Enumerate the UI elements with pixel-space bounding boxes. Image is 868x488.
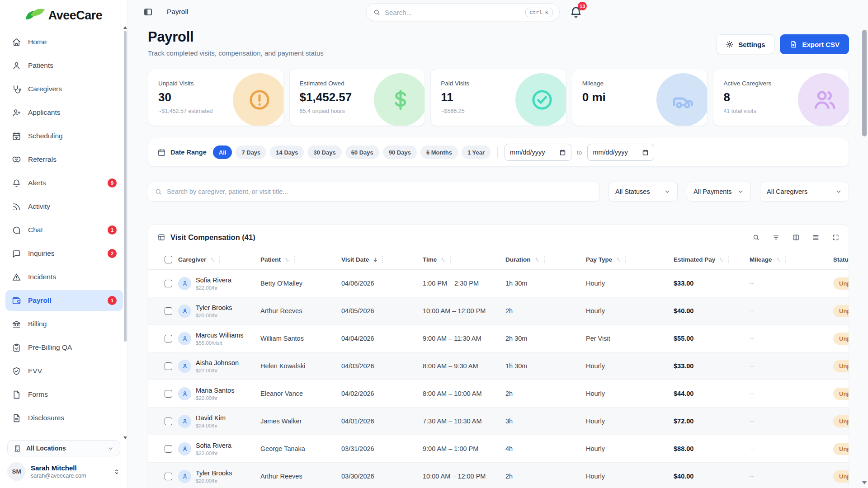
status-cell: Unpaid — [833, 360, 849, 372]
column-header-status[interactable]: Status — [833, 256, 849, 263]
date-preset-14-days[interactable]: 14 Days — [270, 145, 304, 159]
row-checkbox[interactable] — [165, 335, 172, 343]
user-menu[interactable]: SM Sarah Mitchell sarah@aveecare.com — [7, 462, 120, 481]
sidebar-item-home[interactable]: Home — [5, 32, 123, 52]
column-header-caregiver[interactable]: Caregiver — [178, 256, 260, 263]
drag-handle-icon[interactable] — [450, 256, 451, 263]
visit-date-cell: 04/02/2026 — [341, 390, 423, 397]
global-search-input[interactable] — [385, 9, 521, 16]
date-preset-1-year[interactable]: 1 Year — [462, 145, 491, 159]
row-checkbox[interactable] — [165, 390, 172, 398]
drag-handle-icon[interactable] — [625, 256, 626, 263]
sidebar-item-pre-billing-qa[interactable]: Pre-Billing QA — [5, 337, 123, 358]
sort-icon[interactable] — [718, 257, 725, 263]
drag-handle-icon[interactable] — [294, 256, 295, 263]
date-picker-icon[interactable] — [559, 149, 566, 156]
sidebar-item-caregivers[interactable]: Caregivers — [5, 79, 123, 99]
visit-search-input[interactable] — [167, 188, 593, 195]
sidebar-item-referrals[interactable]: Referrals — [5, 149, 123, 170]
page-scrollbar-thumb[interactable] — [862, 30, 867, 136]
sort-icon[interactable] — [534, 257, 540, 263]
activity-icon — [12, 202, 21, 211]
pay-type-cell: Hourly — [586, 362, 674, 370]
drag-handle-icon[interactable] — [382, 256, 383, 263]
sidebar-item-alerts[interactable]: Alerts9 — [5, 173, 123, 193]
caregiver-avatar — [178, 277, 191, 290]
column-header-patient[interactable]: Patient — [260, 256, 341, 263]
column-header-pay-type[interactable]: Pay Type — [586, 256, 674, 263]
scroll-down-arrow-icon[interactable] — [123, 436, 127, 439]
estimated-pay-cell: $40.00 — [674, 473, 750, 480]
settings-button[interactable]: Settings — [716, 34, 774, 54]
date-preset-60-days[interactable]: 60 Days — [345, 145, 379, 159]
filter-select-all-statuses[interactable]: All Statuses — [609, 182, 678, 202]
caregiver-info: Aisha Johnson$22.00/hr — [196, 359, 239, 373]
date-preset-90-days[interactable]: 90 Days — [383, 145, 417, 159]
scroll-down-arrow-icon[interactable] — [862, 481, 867, 484]
start-date-input[interactable]: mm/dd/yyyy — [505, 144, 571, 161]
search-icon[interactable] — [752, 234, 760, 241]
date-preset-7-days[interactable]: 7 Days — [236, 145, 266, 159]
export-csv-button[interactable]: Export CSV — [780, 34, 849, 54]
sidebar-item-applicants[interactable]: Applicants — [5, 102, 123, 123]
sidebar-item-patients[interactable]: Patients — [5, 55, 123, 76]
page-scrollbar[interactable] — [861, 0, 868, 488]
sidebar-item-disclosures[interactable]: Disclosures — [5, 408, 123, 428]
sidebar-item-payroll[interactable]: Payroll1 — [5, 290, 123, 311]
end-date-input[interactable]: mm/dd/yyyy — [587, 144, 654, 161]
column-header-duration[interactable]: Duration — [505, 256, 586, 263]
duration-cell: 2h — [505, 390, 586, 397]
rows-icon[interactable] — [812, 234, 820, 241]
sort-icon[interactable] — [440, 257, 446, 263]
sidebar-toggle-icon[interactable] — [143, 7, 153, 17]
sidebar-item-evv[interactable]: EVV — [5, 361, 123, 381]
date-preset-30-days[interactable]: 30 Days — [307, 145, 341, 159]
date-picker-icon[interactable] — [642, 149, 649, 156]
column-header-mileage[interactable]: Mileage — [750, 256, 833, 263]
sort-desc-icon[interactable] — [372, 257, 378, 263]
sort-icon[interactable] — [209, 257, 216, 263]
drag-handle-icon[interactable] — [785, 256, 786, 263]
column-header-time[interactable]: Time — [423, 256, 505, 263]
row-checkbox[interactable] — [165, 362, 172, 370]
status-badge: Unpaid — [833, 277, 849, 290]
sidebar-item-activity[interactable]: Activity — [5, 196, 123, 217]
expand-icon[interactable] — [832, 234, 840, 241]
sidebar-item-incidents[interactable]: Incidents — [5, 267, 123, 287]
date-preset-6-months[interactable]: 6 Months — [420, 145, 458, 159]
drag-handle-icon[interactable] — [728, 256, 729, 263]
caregiver-name: David Kim — [196, 414, 226, 422]
filter-select-all-payments[interactable]: All Payments — [687, 182, 751, 202]
sidebar-item-scheduling[interactable]: Scheduling — [5, 126, 123, 146]
sort-icon[interactable] — [284, 257, 290, 263]
sort-icon[interactable] — [615, 257, 622, 263]
sidebar-scrollbar-thumb[interactable] — [124, 31, 127, 342]
sort-icon[interactable] — [775, 257, 782, 263]
sidebar-item-label: Scheduling — [28, 132, 63, 140]
select-all-checkbox[interactable] — [165, 256, 172, 263]
date-preset-all[interactable]: All — [213, 145, 232, 159]
filter-select-all-caregivers[interactable]: All Caregivers — [760, 182, 849, 202]
column-header-visit-date[interactable]: Visit Date — [341, 256, 423, 263]
column-header-estimated-pay[interactable]: Estimated Pay — [674, 256, 750, 263]
drag-handle-icon[interactable] — [544, 256, 545, 263]
sidebar-item-label: Referrals — [28, 155, 57, 164]
row-checkbox[interactable] — [165, 445, 172, 453]
filter-icon[interactable] — [772, 234, 780, 241]
row-checkbox[interactable] — [165, 473, 172, 480]
sidebar-item-chat[interactable]: Chat1 — [5, 220, 123, 240]
row-checkbox[interactable] — [165, 280, 172, 287]
drag-handle-icon[interactable] — [219, 256, 220, 263]
global-search[interactable]: Ctrl K — [366, 3, 560, 21]
sidebar-item-inquiries[interactable]: Inquiries2 — [5, 243, 123, 264]
sidebar-item-billing[interactable]: Billing — [5, 314, 123, 334]
columns-icon[interactable] — [792, 234, 800, 241]
notifications-button[interactable]: 13 — [569, 5, 583, 19]
sidebar-item-forms[interactable]: Forms — [5, 384, 123, 405]
visit-search[interactable] — [148, 182, 599, 202]
scroll-up-arrow-icon[interactable] — [123, 26, 127, 29]
row-checkbox[interactable] — [165, 307, 172, 315]
row-checkbox[interactable] — [165, 418, 172, 425]
location-selector[interactable]: All Locations — [7, 440, 120, 456]
sidebar-scrollbar[interactable] — [123, 25, 127, 440]
